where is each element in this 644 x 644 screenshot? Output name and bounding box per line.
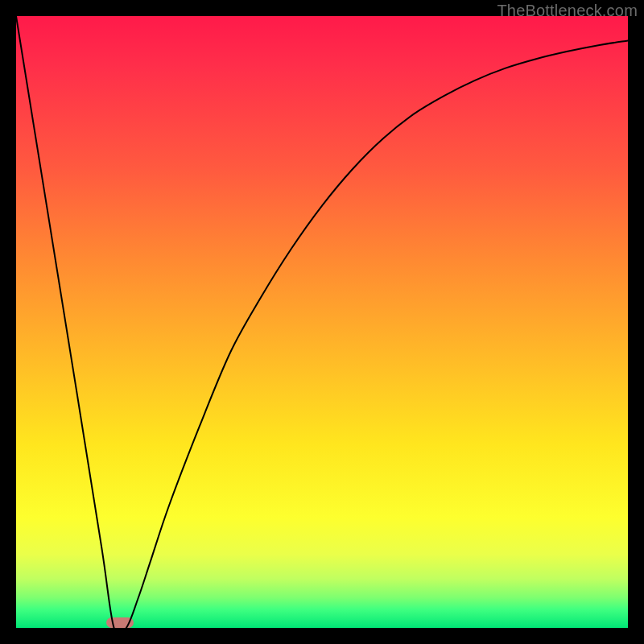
plot-area [16,16,628,628]
chart-container: TheBottleneck.com [0,0,644,644]
curve-svg [16,16,628,628]
bottleneck-curve [16,16,628,628]
